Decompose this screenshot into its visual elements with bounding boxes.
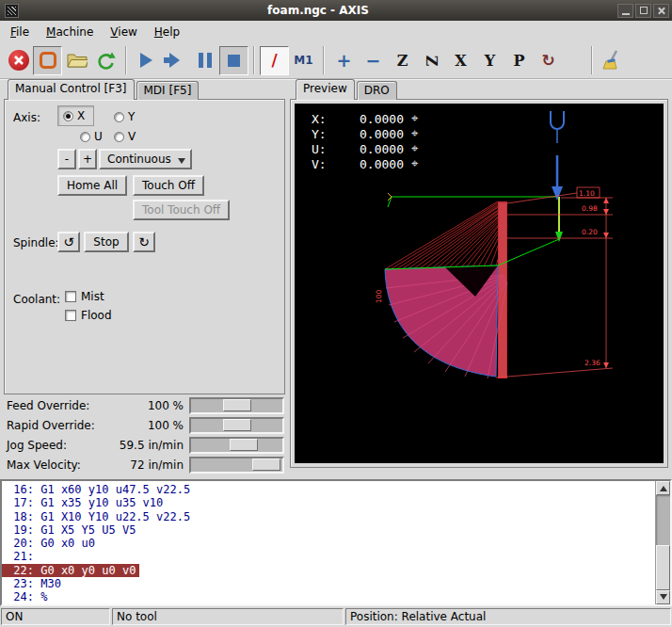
view-x-button[interactable]: X (446, 46, 475, 75)
svg-text:2.36: 2.36 (584, 359, 600, 367)
view-z-button[interactable]: Z (388, 46, 417, 75)
spindle-cw-button[interactable]: ↻ (133, 232, 155, 252)
view-z-rotated-button[interactable]: Z (417, 46, 446, 75)
maximize-button[interactable] (635, 4, 651, 18)
status-tool: No tool (112, 608, 344, 625)
slider-thumb[interactable] (223, 419, 251, 431)
tab-manual-control[interactable]: Manual Control [F3] (8, 79, 135, 100)
axis-radio-u[interactable]: U (80, 130, 103, 143)
gcode-line[interactable]: 16: G1 x60 y10 u47.5 v22.5 (2, 483, 194, 496)
tab-preview[interactable]: Preview (296, 79, 355, 100)
spindle-ccw-button[interactable]: ↺ (57, 232, 80, 252)
run-button[interactable] (132, 46, 161, 75)
homed-icon: ⌖ (411, 111, 418, 126)
optional-stop-button[interactable]: M1 (289, 46, 318, 75)
minimize-icon (622, 13, 630, 15)
zoom-in-button[interactable]: + (329, 46, 359, 75)
readout-value: 0.0000 (336, 127, 404, 141)
view-z-rotated-icon: Z (423, 55, 440, 66)
rapid-override-slider[interactable] (189, 417, 284, 434)
estop-button[interactable] (4, 46, 33, 75)
clear-plot-button[interactable] (598, 46, 627, 75)
zoom-out-icon: − (366, 52, 381, 70)
view-x-icon: X (455, 52, 466, 70)
readout-axis-label: U: (312, 142, 336, 156)
menu-file[interactable]: File (2, 23, 38, 41)
preview-canvas[interactable]: 1.10 0.98 0.20 2.36 100 X: 0.0000 ⌖ Y: 0… (295, 104, 664, 463)
close-button[interactable] (653, 4, 669, 18)
gcode-lines: 16: G1 x60 y10 u47.5 v22.517: G1 x35 y10… (2, 481, 655, 604)
menu-view[interactable]: View (102, 23, 145, 41)
gcode-line[interactable]: 19: G1 X5 Y5 U5 V5 (2, 523, 139, 537)
homed-icon: ⌖ (411, 126, 418, 141)
titlebar: foam.ngc - AXIS (0, 0, 672, 21)
gcode-line[interactable]: 23: M30 (2, 577, 65, 590)
tab-mdi[interactable]: MDI [F5] (136, 81, 200, 100)
axis-label: Axis: (13, 111, 40, 124)
stop-button[interactable] (219, 46, 248, 75)
zoom-out-button[interactable]: − (359, 46, 388, 75)
tool-touch-off-button[interactable]: Tool Touch Off (133, 200, 230, 220)
view-y-button[interactable]: Y (475, 46, 504, 75)
gcode-line[interactable]: 21: (2, 550, 44, 563)
gcode-line[interactable]: 18: G1 X10 Y10 u22.5 v22.5 (2, 510, 194, 523)
radio-dot-icon (63, 111, 73, 121)
spindle-stop-button[interactable]: Stop (84, 232, 129, 252)
overrides-panel: Feed Override: 100 % Rapid Override: 100… (0, 396, 288, 475)
scrollbar-thumb[interactable] (656, 545, 670, 590)
zoom-in-icon: + (337, 52, 352, 70)
axis-radio-x[interactable]: X (57, 105, 94, 126)
jog-mode-dropdown[interactable]: Continuous (99, 149, 192, 169)
machine-power-button[interactable] (33, 46, 62, 75)
reload-button[interactable] (91, 46, 120, 75)
run-icon (140, 53, 160, 68)
gcode-line[interactable]: 22: G0 x0 y0 u0 v0 (2, 564, 139, 577)
max-velocity-slider[interactable] (189, 457, 284, 474)
scroll-up-button[interactable] (656, 481, 670, 495)
menu-machine[interactable]: Machine (38, 23, 102, 41)
open-file-button[interactable] (62, 46, 91, 75)
arrow-up-icon (660, 482, 667, 491)
jog-mode-value: Continuous (107, 153, 171, 166)
view-p-button[interactable]: P (504, 46, 534, 75)
home-all-button[interactable]: Home All (57, 175, 127, 196)
toolbar-separator (125, 46, 127, 74)
pause-button[interactable] (190, 46, 219, 75)
plot-tool-arrow (551, 111, 564, 201)
manual-control-panel: Axis: X Y U V - + Continuous Home All To… (4, 99, 285, 394)
scroll-down-button[interactable] (656, 590, 670, 604)
scrollbar-trough[interactable] (656, 495, 670, 590)
mist-checkbox[interactable]: Mist (65, 290, 104, 303)
menu-help[interactable]: Help (146, 23, 188, 41)
axis-radio-y[interactable]: Y (114, 110, 135, 123)
svg-text:100: 100 (375, 289, 383, 303)
jog-speed-value: 59.5 in/min (89, 439, 184, 452)
gcode-line[interactable]: 24: % (2, 590, 51, 603)
readout-axis-label: X: (312, 112, 336, 126)
tab-dro[interactable]: DRO (357, 81, 397, 100)
axis-radio-y-label: Y (128, 110, 135, 123)
stop-icon (228, 55, 240, 67)
run-step-button[interactable] (161, 46, 190, 75)
slider-thumb[interactable] (230, 439, 258, 451)
feed-override-slider[interactable] (189, 397, 284, 414)
flood-checkbox[interactable]: Flood (65, 309, 112, 322)
jog-plus-button[interactable]: + (78, 149, 97, 169)
skip-lines-button[interactable]: / (260, 46, 289, 75)
gcode-line[interactable]: 20: G0 x0 u0 (2, 537, 99, 550)
touch-off-button[interactable]: Touch Off (133, 175, 204, 196)
checkbox-icon (65, 291, 76, 302)
spindle-cw-icon: ↻ (138, 234, 150, 249)
slider-thumb[interactable] (223, 399, 251, 411)
gcode-scrollbar[interactable] (655, 481, 670, 604)
slider-thumb[interactable] (252, 458, 280, 471)
svg-text:0.98: 0.98 (582, 204, 598, 213)
minimize-button[interactable] (617, 4, 633, 18)
rotate-view-button[interactable]: ↻ (534, 46, 563, 75)
axis-radio-v[interactable]: V (114, 130, 136, 143)
pause-icon (199, 53, 212, 68)
jog-speed-slider[interactable] (189, 437, 284, 454)
gcode-line[interactable]: 17: G1 x35 y10 u35 v10 (2, 496, 167, 509)
readout-axis-label: V: (312, 157, 336, 171)
jog-minus-button[interactable]: - (57, 149, 76, 169)
